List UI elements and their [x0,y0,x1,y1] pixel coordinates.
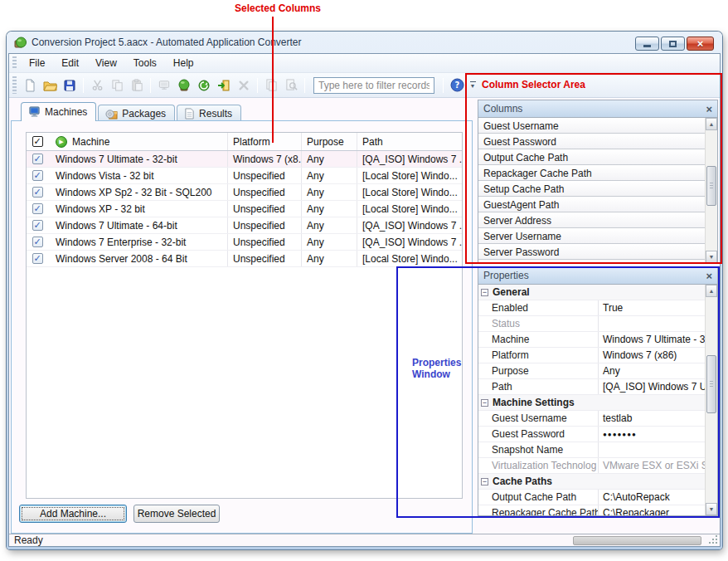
column-option[interactable]: Setup Cache Path [478,181,705,197]
columns-scrollbar[interactable]: ▲ ▼ [705,118,717,263]
property-value-password[interactable]: ●●●●●●● [598,427,705,441]
virtual-machine-button[interactable] [155,76,173,95]
property-row[interactable]: Snapshot Name [478,442,705,458]
stop-button[interactable] [235,76,253,95]
row-checkbox[interactable]: ✓ [32,154,43,164]
table-row[interactable]: ✓ Windows Vista - 32 bit Unspecified Any… [27,168,462,184]
scroll-up-icon[interactable]: ▲ [706,285,717,297]
row-checkbox[interactable]: ✓ [32,237,43,247]
row-checkbox[interactable]: ✓ [32,170,43,181]
menu-file[interactable]: File [22,55,52,71]
property-category[interactable]: −General [478,285,705,300]
scroll-down-icon[interactable]: ▼ [706,503,717,515]
property-value[interactable]: testlab [598,411,705,426]
row-checkbox[interactable]: ✓ [32,187,43,198]
property-row[interactable]: Purpose Any [478,363,705,379]
property-value[interactable] [598,442,705,457]
scroll-up-icon[interactable]: ▲ [706,118,717,130]
tab-machines[interactable]: Machines [21,102,96,121]
menubar-grip-handle[interactable] [12,56,17,69]
property-value[interactable]: [QA_ISO] Windows 7 Ul [598,379,705,394]
copy-button[interactable] [108,76,126,95]
property-row[interactable]: Guest Username testlab [478,411,705,427]
maximize-button[interactable] [661,37,685,51]
duplicate-button[interactable] [262,76,280,95]
help-button[interactable]: ? [448,76,466,95]
preview-button[interactable] [282,76,300,95]
property-row[interactable]: Machine Windows 7 Ultimate - 3 [478,332,705,348]
property-value[interactable]: C:\Repackager [598,505,705,515]
minimize-button[interactable] [635,37,659,51]
resize-grip-handle[interactable] [709,535,718,544]
column-option[interactable]: GuestAgent Path [478,197,705,212]
collapse-icon[interactable]: − [481,478,488,485]
column-header-path[interactable]: Path [357,133,462,150]
title-bar[interactable]: Conversion Project 5.aacx - Automated Ap… [7,32,722,53]
property-value[interactable]: Windows 7 (x86) [598,348,705,363]
properties-scrollbar[interactable]: ▲ ▼ [705,285,717,515]
property-row[interactable]: Platform Windows 7 (x86) [478,348,705,363]
remove-selected-button[interactable]: Remove Selected [133,505,220,523]
save-project-button[interactable] [61,76,79,95]
close-button[interactable]: × [687,37,714,51]
close-icon[interactable]: × [706,104,712,115]
close-icon[interactable]: × [706,271,712,281]
property-value[interactable]: True [598,300,705,315]
open-project-button[interactable] [41,76,59,95]
column-option[interactable]: Output Cache Path [478,149,705,165]
column-option[interactable]: Repackager Cache Path [478,165,705,181]
column-option[interactable]: Guest Password [478,134,705,149]
select-all-checkbox[interactable]: ✓ [32,136,43,147]
table-row[interactable]: ✓ Windows XP Sp2 - 32 Bit - SQL200 Unspe… [27,184,462,201]
property-row[interactable]: Output Cache Path C:\AutoRepack [478,490,705,505]
property-category[interactable]: −Cache Paths [478,474,705,490]
run-conversion-button[interactable] [215,76,233,95]
columns-panel-header[interactable]: Columns × [478,100,717,118]
column-header-purpose[interactable]: Purpose [302,133,357,150]
tab-packages[interactable]: Packages [98,105,175,121]
table-row[interactable]: ✓ Windows 7 Enterprise - 32-bit Unspecif… [27,234,462,251]
scrollbar-thumb[interactable] [706,355,716,413]
menu-edit[interactable]: Edit [54,55,86,71]
column-option[interactable]: Guest Username [478,118,705,134]
column-header-platform[interactable]: Platform [228,133,302,150]
row-checkbox[interactable]: ✓ [32,220,43,231]
property-row[interactable]: Virtualization Technolog VMware ESX or E… [478,458,705,474]
table-row[interactable]: ✓ Windows XP - 32 bit Unspecified Any [L… [27,201,462,217]
property-row[interactable]: Guest Password ●●●●●●● [478,427,705,442]
properties-panel-header[interactable]: Properties × [478,267,717,285]
table-row[interactable]: ✓ Windows 7 Ultimate - 32-bit Windows 7 … [27,151,462,168]
property-row[interactable]: Status [478,316,705,332]
toolbar-overflow-button[interactable]: ▼ [467,77,478,94]
table-row[interactable]: ✓ Windows 7 Ultimate - 64-bit Unspecifie… [27,217,462,234]
column-option[interactable]: Server Password [478,244,705,260]
column-option[interactable]: Server Username [478,228,705,244]
convert-button[interactable] [175,76,193,95]
row-checkbox[interactable]: ✓ [32,203,43,214]
refresh-button[interactable] [195,76,213,95]
column-option[interactable]: Server Address [478,212,705,228]
property-value[interactable]: Any [598,363,705,378]
cut-button[interactable] [88,76,106,95]
property-row[interactable]: Path [QA_ISO] Windows 7 Ul [478,379,705,395]
scrollbar-thumb[interactable] [706,166,716,206]
property-category[interactable]: −Machine Settings [478,395,705,411]
property-row[interactable]: Repackager Cache Path C:\Repackager [478,505,705,515]
add-machine-button[interactable]: Add Machine... [19,505,127,523]
tab-results[interactable]: Results [177,105,241,121]
paste-button[interactable] [128,76,146,95]
filter-records-input[interactable] [313,77,434,94]
property-value[interactable]: Windows 7 Ultimate - 3 [598,332,705,347]
collapse-icon[interactable]: − [481,289,488,296]
scroll-down-icon[interactable]: ▼ [706,251,717,263]
row-checkbox[interactable]: ✓ [32,253,43,264]
column-header-machine[interactable]: Machine [72,136,109,148]
property-row[interactable]: Enabled True [478,300,705,316]
menu-help[interactable]: Help [166,55,201,71]
table-row[interactable]: ✓ Windows Server 2008 - 64 Bit Unspecifi… [27,251,462,267]
property-value[interactable]: C:\AutoRepack [598,490,705,505]
collapse-icon[interactable]: − [481,399,488,407]
toolbar-grip-handle[interactable] [12,76,17,93]
menu-tools[interactable]: Tools [126,55,164,71]
new-project-button[interactable] [21,76,39,95]
